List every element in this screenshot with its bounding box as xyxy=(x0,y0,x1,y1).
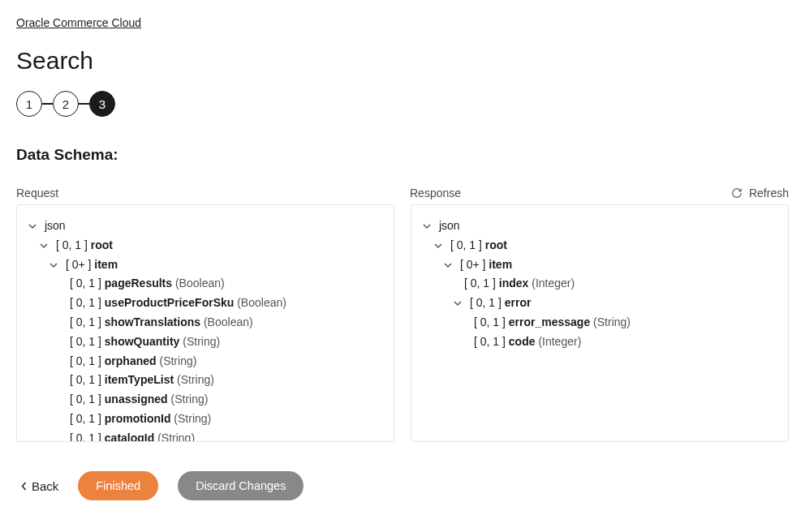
response-panel: json [ 0, 1 ] root [ 0+ ] item [ 0, 1 ] … xyxy=(411,204,789,442)
chevron-down-icon xyxy=(40,242,50,250)
finished-button[interactable]: Finished xyxy=(78,471,158,500)
cardinality: [ 0, 1 ] xyxy=(70,393,101,405)
chevron-left-icon xyxy=(21,479,27,493)
back-label: Back xyxy=(32,479,58,493)
node-type: (Integer) xyxy=(532,277,575,290)
tree-field[interactable]: [ 0, 1 ] promotionId (String) xyxy=(28,410,382,429)
node-name: item xyxy=(489,258,512,271)
step-2[interactable]: 2 xyxy=(53,91,79,117)
step-connector xyxy=(79,103,89,105)
tree-field[interactable]: [ 0, 1 ] catalogId (String) xyxy=(28,429,382,442)
node-name: itemTypeList xyxy=(105,373,174,386)
node-name: showQuantity xyxy=(105,335,180,348)
cardinality: [ 0, 1 ] xyxy=(70,373,101,386)
page-title: Search xyxy=(16,47,789,75)
node-type: (String) xyxy=(157,431,195,442)
tree-field[interactable]: [ 0, 1 ] error_message (String) xyxy=(423,313,777,332)
tree-field[interactable]: [ 0, 1 ] code (Integer) xyxy=(423,332,777,352)
discard-button[interactable]: Discard Changes xyxy=(178,471,303,500)
node-type: (String) xyxy=(174,412,211,425)
node-type: (String) xyxy=(171,393,209,405)
stepper: 1 2 3 xyxy=(16,91,789,117)
tree-field[interactable]: [ 0, 1 ] pageResults (Boolean) xyxy=(28,274,382,294)
tree-field[interactable]: [ 0, 1 ] showQuantity (String) xyxy=(28,332,382,352)
node-name: pageResults xyxy=(105,277,172,290)
tree-field[interactable]: [ 0, 1 ] orphaned (String) xyxy=(28,352,382,371)
tree-field[interactable]: [ 0, 1 ] unassigned (String) xyxy=(28,390,382,410)
cardinality: [ 0, 1 ] xyxy=(70,277,101,290)
cardinality: [ 0, 1 ] xyxy=(70,412,101,425)
node-type: (Integer) xyxy=(538,335,581,348)
refresh-icon xyxy=(731,187,743,199)
tree-node-item[interactable]: [ 0+ ] item xyxy=(423,255,777,275)
tree-field[interactable]: [ 0, 1 ] showTranslations (Boolean) xyxy=(28,313,382,332)
node-type: (Boolean) xyxy=(204,315,253,328)
cardinality: [ 0+ ] xyxy=(66,258,92,271)
chevron-down-icon xyxy=(50,261,59,269)
response-label: Response xyxy=(410,187,461,200)
tree-label: json xyxy=(45,219,66,232)
tree-node-json[interactable]: json xyxy=(423,217,777,236)
node-type: (String) xyxy=(593,315,631,328)
tree-field-index[interactable]: [ 0, 1 ] index (Integer) xyxy=(423,274,777,294)
node-type: (Boolean) xyxy=(175,277,225,290)
cardinality: [ 0, 1 ] xyxy=(70,354,101,367)
breadcrumb[interactable]: Oracle Commerce Cloud xyxy=(16,16,141,29)
cardinality: [ 0, 1 ] xyxy=(464,277,496,290)
node-name: code xyxy=(509,335,536,348)
node-name: root xyxy=(485,238,507,251)
node-name: index xyxy=(499,277,529,290)
node-name: useProductPriceForSku xyxy=(105,296,235,309)
tree-node-item[interactable]: [ 0+ ] item xyxy=(28,255,382,275)
cardinality: [ 0, 1 ] xyxy=(70,335,101,348)
node-name: promotionId xyxy=(105,412,171,425)
tree-field[interactable]: [ 0, 1 ] useProductPriceForSku (Boolean) xyxy=(28,294,382,313)
node-type: (String) xyxy=(183,335,220,348)
node-name: error xyxy=(505,296,532,309)
refresh-label: Refresh xyxy=(749,187,789,200)
cardinality: [ 0, 1 ] xyxy=(474,335,506,348)
cardinality: [ 0, 1 ] xyxy=(450,238,482,251)
node-type: (Boolean) xyxy=(237,296,286,309)
chevron-down-icon xyxy=(423,222,433,230)
node-name: item xyxy=(94,258,118,271)
tree-node-json[interactable]: json xyxy=(28,217,382,236)
node-name: showTranslations xyxy=(105,315,200,328)
node-name: orphaned xyxy=(105,354,157,367)
cardinality: [ 0, 1 ] xyxy=(474,315,506,328)
step-3[interactable]: 3 xyxy=(89,91,115,117)
cardinality: [ 0, 1 ] xyxy=(470,296,502,309)
node-type: (String) xyxy=(177,373,214,386)
request-label: Request xyxy=(16,187,410,200)
chevron-down-icon xyxy=(28,222,38,230)
request-panel: json [ 0, 1 ] root [ 0+ ] item [ 0, 1 ] … xyxy=(16,204,394,442)
tree-node-error[interactable]: [ 0, 1 ] error xyxy=(423,294,777,313)
refresh-button[interactable]: Refresh xyxy=(731,187,789,200)
chevron-down-icon xyxy=(454,299,463,307)
step-connector xyxy=(42,103,53,105)
tree-label: json xyxy=(439,219,460,232)
tree-node-root[interactable]: [ 0, 1 ] root xyxy=(423,236,777,255)
cardinality: [ 0, 1 ] xyxy=(70,296,101,309)
section-title: Data Schema: xyxy=(16,146,789,164)
node-name: unassigned xyxy=(105,393,168,405)
cardinality: [ 0, 1 ] xyxy=(70,315,101,328)
node-name: catalogId xyxy=(105,431,154,442)
cardinality: [ 0, 1 ] xyxy=(56,238,88,251)
cardinality: [ 0+ ] xyxy=(460,258,486,271)
node-name: root xyxy=(91,238,113,251)
chevron-down-icon xyxy=(444,261,454,269)
step-1[interactable]: 1 xyxy=(16,91,42,117)
cardinality: [ 0, 1 ] xyxy=(70,431,101,442)
back-button[interactable]: Back xyxy=(21,479,58,493)
node-name: error_message xyxy=(509,315,590,328)
chevron-down-icon xyxy=(434,242,444,250)
tree-field[interactable]: [ 0, 1 ] itemTypeList (String) xyxy=(28,371,382,390)
tree-node-root[interactable]: [ 0, 1 ] root xyxy=(28,236,382,255)
node-type: (String) xyxy=(159,354,196,367)
